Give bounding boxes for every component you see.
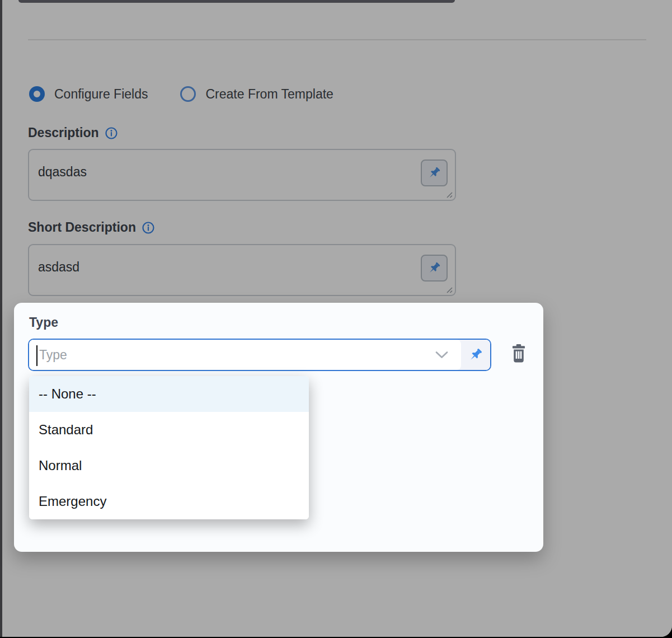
dropdown-option-none[interactable]: -- None -- <box>29 376 309 412</box>
remove-field-button[interactable] <box>505 339 532 369</box>
type-input[interactable] <box>29 340 461 370</box>
pushpin-icon <box>468 347 483 363</box>
type-label: Type <box>29 315 58 330</box>
dropdown-option-standard[interactable]: Standard <box>29 412 309 448</box>
type-field-highlight-card: Type <box>14 303 543 552</box>
type-options-dropdown: -- None -- Standard Normal Emergency <box>29 376 309 519</box>
dropdown-option-emergency[interactable]: Emergency <box>29 484 309 519</box>
type-pin-button[interactable] <box>461 340 490 370</box>
trash-icon <box>509 343 528 365</box>
type-combobox[interactable] <box>28 339 491 371</box>
dropdown-option-normal[interactable]: Normal <box>29 448 309 484</box>
chevron-down-icon[interactable] <box>435 351 449 359</box>
type-input-area[interactable] <box>29 340 461 370</box>
text-cursor <box>36 345 37 366</box>
screen: Configure Fields Create From Template De… <box>0 0 672 638</box>
